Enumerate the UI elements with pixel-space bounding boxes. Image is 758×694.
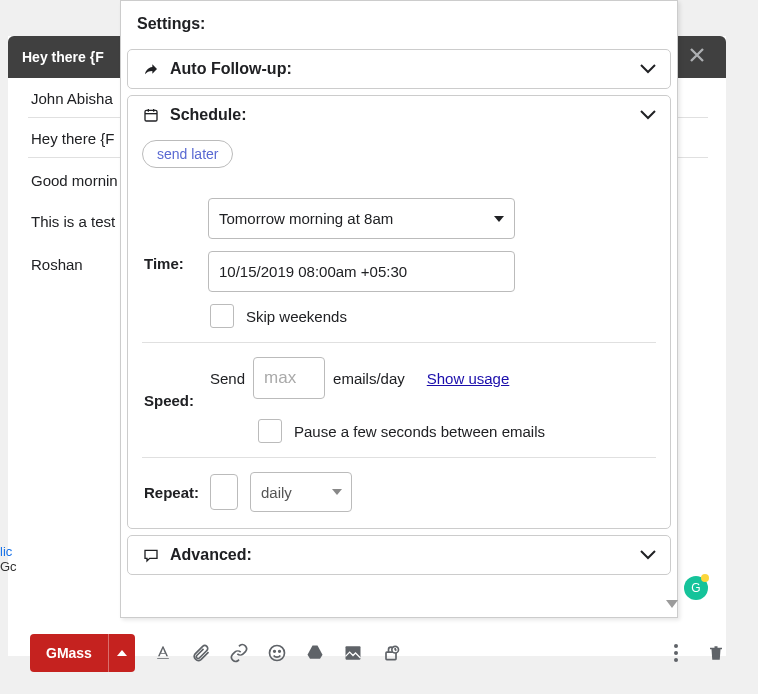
auto-followup-header[interactable]: Auto Follow-up: [128,50,670,88]
section-schedule: Schedule: send later Time: Tomorrow morn… [127,95,671,529]
svg-rect-0 [145,110,157,121]
drive-icon[interactable] [305,643,325,663]
scroll-down-icon[interactable] [666,594,678,612]
reply-icon [142,60,160,78]
dropdown-icon [332,489,342,495]
chevron-down-icon [640,64,656,74]
svg-point-12 [674,658,678,662]
repeat-count-input[interactable] [210,474,238,510]
repeat-label: Repeat: [144,484,208,501]
speed-suffix: emails/day [333,370,405,387]
time-preset-select[interactable]: Tomorrow morning at 8am [208,198,515,239]
schedule-label: Schedule: [170,106,246,124]
link-icon[interactable] [229,643,249,663]
repeat-frequency-select[interactable]: daily [250,472,352,512]
dropdown-icon [494,216,504,222]
skip-weekends-checkbox[interactable] [210,304,234,328]
advanced-header[interactable]: Advanced: [128,536,670,574]
section-auto-followup: Auto Follow-up: [127,49,671,89]
chat-icon [142,546,160,564]
speed-label: Speed: [144,392,208,409]
time-label: Time: [144,255,208,272]
confidential-icon[interactable] [381,643,401,663]
image-icon[interactable] [343,643,363,663]
settings-panel: Settings: Auto Follow-up: Schedule: send… [120,0,678,618]
pause-between-emails-checkbox[interactable] [258,419,282,443]
skip-weekends-label: Skip weekends [246,308,347,325]
advanced-label: Advanced: [170,546,252,564]
grammarly-icon[interactable]: G [684,576,708,600]
section-advanced: Advanced: [127,535,671,575]
svg-point-4 [269,646,284,661]
settings-title: Settings: [121,1,677,47]
gmass-send-button[interactable]: GMass [30,634,108,672]
chevron-down-icon [640,550,656,560]
close-icon[interactable] [682,44,712,70]
delete-icon[interactable] [706,643,726,663]
send-later-button[interactable]: send later [142,140,233,168]
chevron-down-icon [640,110,656,120]
gmass-dropdown-button[interactable] [108,634,135,672]
svg-rect-7 [345,646,360,659]
svg-point-6 [279,651,281,653]
auto-followup-label: Auto Follow-up: [170,60,292,78]
svg-point-10 [674,644,678,648]
truncated-sidebar: lic Gc [0,544,18,572]
pause-between-emails-label: Pause a few seconds between emails [294,423,545,440]
speed-prefix: Send [210,370,245,387]
attach-icon[interactable] [191,643,211,663]
emails-per-day-input[interactable]: max [253,357,325,399]
schedule-header[interactable]: Schedule: [128,96,670,134]
compose-toolbar: GMass [30,634,726,672]
show-usage-link[interactable]: Show usage [427,370,510,387]
datetime-input[interactable]: 10/15/2019 08:00am +05:30 [208,251,515,292]
emoji-icon[interactable] [267,643,287,663]
more-options-icon[interactable] [666,643,686,663]
svg-point-5 [274,651,276,653]
svg-point-11 [674,651,678,655]
text-format-icon[interactable] [153,643,173,663]
calendar-icon [142,106,160,124]
